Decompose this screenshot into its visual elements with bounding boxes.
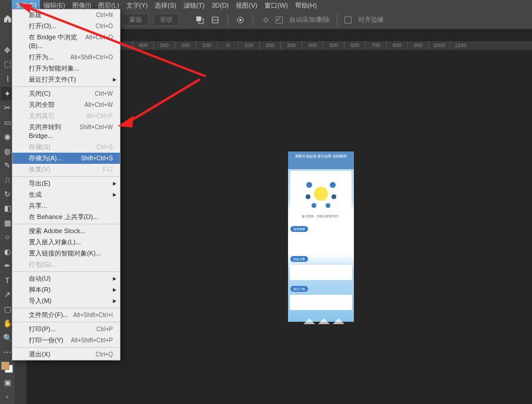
menu-item[interactable]: 置入链接的智能对象(K)... [12, 248, 120, 259]
annotation-arrow-2 [115, 73, 209, 132]
menu-item[interactable]: 退出(X)Ctrl+Q [12, 349, 120, 360]
doc-chip-1: 涨停预警 [290, 226, 308, 232]
align-label: 对齐边缘 [358, 15, 384, 24]
doc-chip-2: 操盘大股 [290, 256, 308, 262]
svg-line-15 [26, 7, 206, 76]
menu-item[interactable]: 关闭(C)Ctrl+W [12, 88, 120, 99]
svg-point-13 [312, 203, 316, 208]
svg-point-8 [314, 187, 328, 201]
svg-point-14 [326, 203, 330, 208]
menu-item[interactable]: 搜索 Adobe Stock... [12, 225, 120, 237]
screen-mode-icon[interactable]: ▫ [1, 390, 14, 403]
menu-item[interactable]: 共享... [12, 200, 120, 211]
menu-item[interactable]: 存储为(A)...Shift+Ctrl+S [12, 153, 120, 164]
auto-checkbox[interactable] [276, 16, 283, 23]
doc-section-1: 涨 还是跌，为您分析股市吧！ [290, 171, 352, 220]
menu-item[interactable]: 自动(U) [12, 273, 120, 284]
svg-marker-16 [18, 3, 32, 13]
svg-point-9 [306, 182, 312, 188]
annotation-arrow-1 [12, 0, 212, 82]
quick-mask-icon[interactable]: ▣ [1, 376, 14, 389]
doc-header: 测股市场必读 股市趋势 老师解析 [288, 152, 354, 169]
menu-view[interactable]: 视图(V) [232, 0, 261, 11]
menu-item[interactable]: 置入嵌入对象(L)... [12, 237, 120, 248]
gear-icon[interactable] [235, 15, 246, 25]
menu-item[interactable]: 关闭全部Alt+Ctrl+W [12, 99, 120, 110]
svg-line-17 [126, 79, 200, 123]
align-checkbox[interactable] [344, 16, 352, 23]
svg-point-10 [330, 182, 336, 188]
svg-point-6 [239, 19, 242, 21]
menu-item[interactable]: 导入(M) [12, 295, 120, 307]
menu-item[interactable]: 打印一份(Y)Alt+Shift+Ctrl+P [12, 335, 120, 346]
menu-item[interactable]: 打包(G)... [12, 259, 120, 270]
menu-3d[interactable]: 3D(D) [208, 1, 232, 10]
document-canvas[interactable]: 测股市场必读 股市趋势 老师解析 涨 还是跌，为您分析股市吧！ 涨停预警 操盘大… [288, 152, 354, 322]
auto-label: 自动添加/删除 [289, 15, 330, 24]
doc-tag: 涨 还是跌，为您分析股市吧！ [293, 214, 349, 218]
menu-item[interactable]: 文件简介(F)...Alt+Shift+Ctrl+I [12, 309, 120, 321]
menu-help[interactable]: 帮助(H) [292, 0, 320, 11]
color-swatch[interactable] [1, 362, 13, 373]
menu-item[interactable]: 在 Behance 上共享(D)... [12, 211, 120, 223]
menu-item[interactable]: 关闭其它Alt+Ctrl+P [12, 110, 120, 122]
menu-item[interactable]: 打印(P)...Ctrl+P [12, 324, 120, 335]
svg-point-11 [306, 194, 310, 199]
doc-chip-3: 热点个股 [290, 286, 308, 292]
menu-item[interactable]: 关闭并转到 Bridge...Shift+Ctrl+W [12, 122, 120, 142]
menu-item[interactable]: 导出(E) [12, 178, 120, 189]
menu-item[interactable]: 恢复(V)F12 [12, 164, 120, 175]
menu-item[interactable]: 脚本(R) [12, 284, 120, 295]
svg-rect-7 [5, 62, 11, 68]
menu-item[interactable]: 生成 [12, 189, 120, 200]
svg-marker-18 [118, 116, 133, 127]
menu-window[interactable]: 窗口(W) [261, 0, 292, 11]
rubber-icon[interactable]: ◇ [260, 15, 271, 25]
menu-item[interactable]: 存储(S)Ctrl+S [12, 142, 120, 153]
svg-point-12 [332, 194, 336, 199]
